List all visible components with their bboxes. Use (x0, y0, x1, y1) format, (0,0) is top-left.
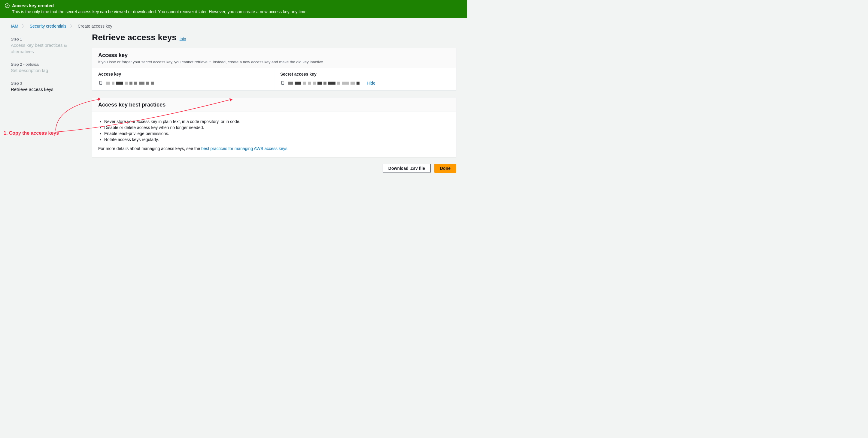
wizard-step-title: Set description tag (11, 67, 80, 73)
access-key-column: Access key (92, 68, 274, 90)
best-practices-link[interactable]: best practices for managing AWS access k… (201, 146, 287, 151)
svg-point-0 (5, 4, 9, 8)
hide-secret-link[interactable]: Hide (367, 81, 375, 86)
main-content: Retrieve access keys Info Access key If … (92, 33, 456, 173)
breadcrumb: IAM 〉 Security credentials 〉 Create acce… (0, 18, 467, 32)
chevron-right-icon: 〉 (70, 24, 74, 29)
panel-subtext: If you lose or forget your secret access… (98, 60, 450, 64)
column-label: Access key (98, 72, 268, 76)
list-item: Never store your access key in plain tex… (104, 119, 450, 124)
wizard-step-3: Step 3 Retrieve access keys (11, 78, 80, 97)
best-practices-footer: For more details about managing access k… (98, 146, 450, 151)
panel-heading: Access key (98, 52, 450, 59)
list-item: Enable least-privilege permissions. (104, 131, 450, 136)
svg-rect-2 (282, 82, 284, 85)
wizard-step-1: Step 1 Access key best practices & alter… (11, 34, 80, 59)
access-key-panel: Access key If you lose or forget your se… (92, 48, 456, 91)
banner-title: Access key created (12, 3, 54, 8)
copy-icon (281, 81, 285, 85)
done-button[interactable]: Done (434, 164, 456, 173)
wizard-step-label: Step 3 (11, 81, 80, 86)
wizard-step-title: Access key best practices & alternatives (11, 42, 80, 55)
page-title: Retrieve access keys Info (92, 33, 456, 42)
copy-icon (98, 81, 103, 85)
wizard-step-2: Step 2 - optional Set description tag (11, 59, 80, 78)
breadcrumb-security-credentials[interactable]: Security credentials (30, 24, 66, 29)
copy-secret-key-button[interactable] (280, 81, 285, 86)
button-row: Download .csv file Done (92, 164, 456, 173)
column-label: Secret access key (280, 72, 450, 76)
copy-access-key-button[interactable] (98, 81, 103, 86)
wizard-nav: Step 1 Access key best practices & alter… (11, 33, 80, 173)
panel-heading: Access key best practices (98, 102, 450, 108)
download-csv-button[interactable]: Download .csv file (383, 164, 431, 173)
svg-rect-1 (100, 82, 102, 85)
banner-message: This is the only time that the secret ac… (12, 9, 462, 14)
secret-key-column: Secret access key (274, 68, 456, 90)
best-practices-list: Never store your access key in plain tex… (98, 119, 450, 142)
info-link[interactable]: Info (180, 37, 186, 41)
chevron-right-icon: 〉 (22, 24, 26, 29)
success-banner: Access key created This is the only time… (0, 0, 467, 18)
access-key-value-redacted (106, 81, 154, 85)
best-practices-panel: Access key best practices Never store yo… (92, 97, 456, 157)
breadcrumb-iam[interactable]: IAM (11, 24, 18, 29)
list-item: Rotate access keys regularly. (104, 137, 450, 142)
wizard-step-label: Step 2 - optional (11, 62, 80, 67)
wizard-step-label: Step 1 (11, 37, 80, 41)
list-item: Disable or delete access key when no lon… (104, 125, 450, 130)
secret-key-value-redacted (288, 81, 360, 85)
wizard-step-title: Retrieve access keys (11, 86, 80, 92)
success-check-icon (5, 3, 10, 8)
breadcrumb-current: Create access key (78, 24, 112, 29)
